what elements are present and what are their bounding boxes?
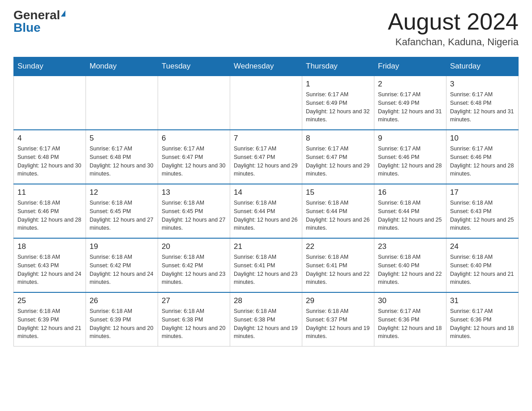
day-number: 4 (17, 134, 82, 143)
day-info: Sunrise: 6:18 AMSunset: 6:39 PMDaylight:… (17, 307, 82, 341)
day-cell: 23Sunrise: 6:18 AMSunset: 6:40 PMDayligh… (374, 238, 446, 292)
day-cell: 5Sunrise: 6:17 AMSunset: 6:48 PMDaylight… (86, 130, 158, 184)
day-info: Sunrise: 6:18 AMSunset: 6:40 PMDaylight:… (450, 253, 515, 287)
day-cell: 13Sunrise: 6:18 AMSunset: 6:45 PMDayligh… (158, 184, 230, 238)
day-cell: 29Sunrise: 6:18 AMSunset: 6:37 PMDayligh… (302, 292, 374, 347)
weekday-header-saturday: Saturday (446, 57, 519, 76)
day-number: 10 (450, 134, 515, 143)
day-number: 6 (162, 134, 226, 143)
weekday-header-row: SundayMondayTuesdayWednesdayThursdayFrid… (14, 57, 519, 76)
day-cell: 28Sunrise: 6:18 AMSunset: 6:38 PMDayligh… (230, 292, 302, 347)
day-info: Sunrise: 6:18 AMSunset: 6:38 PMDaylight:… (234, 307, 298, 341)
day-info: Sunrise: 6:18 AMSunset: 6:44 PMDaylight:… (234, 199, 298, 232)
day-info: Sunrise: 6:18 AMSunset: 6:46 PMDaylight:… (17, 199, 82, 232)
day-cell: 31Sunrise: 6:17 AMSunset: 6:36 PMDayligh… (446, 292, 519, 347)
day-info: Sunrise: 6:18 AMSunset: 6:39 PMDaylight:… (90, 307, 154, 341)
day-cell: 8Sunrise: 6:17 AMSunset: 6:47 PMDaylight… (302, 130, 374, 184)
day-cell: 6Sunrise: 6:17 AMSunset: 6:47 PMDaylight… (158, 130, 230, 184)
day-number: 3 (450, 80, 515, 89)
day-info: Sunrise: 6:17 AMSunset: 6:47 PMDaylight:… (162, 145, 226, 178)
day-number: 23 (378, 242, 442, 251)
day-cell: 17Sunrise: 6:18 AMSunset: 6:43 PMDayligh… (446, 184, 519, 238)
day-number: 28 (234, 296, 298, 305)
logo-blue-text: Blue (13, 21, 41, 34)
day-cell: 19Sunrise: 6:18 AMSunset: 6:42 PMDayligh… (86, 238, 158, 292)
day-info: Sunrise: 6:18 AMSunset: 6:44 PMDaylight:… (306, 199, 370, 232)
day-cell: 9Sunrise: 6:17 AMSunset: 6:46 PMDaylight… (374, 130, 446, 184)
day-info: Sunrise: 6:17 AMSunset: 6:46 PMDaylight:… (378, 145, 442, 178)
weekday-header-sunday: Sunday (14, 57, 86, 76)
day-number: 20 (162, 242, 226, 251)
day-cell (86, 76, 158, 130)
day-cell: 10Sunrise: 6:17 AMSunset: 6:46 PMDayligh… (446, 130, 519, 184)
title-section: August 2024 Kafanchan, Kaduna, Nigeria (388, 9, 519, 48)
day-cell: 24Sunrise: 6:18 AMSunset: 6:40 PMDayligh… (446, 238, 519, 292)
day-number: 24 (450, 242, 515, 251)
location-title: Kafanchan, Kaduna, Nigeria (388, 36, 519, 48)
day-number: 21 (234, 242, 298, 251)
logo-general-text: General (13, 9, 60, 21)
day-number: 11 (17, 188, 82, 197)
day-info: Sunrise: 6:17 AMSunset: 6:47 PMDaylight:… (306, 145, 370, 178)
day-info: Sunrise: 6:17 AMSunset: 6:36 PMDaylight:… (450, 307, 515, 341)
day-info: Sunrise: 6:17 AMSunset: 6:47 PMDaylight:… (234, 145, 298, 178)
day-cell: 11Sunrise: 6:18 AMSunset: 6:46 PMDayligh… (14, 184, 86, 238)
day-cell: 1Sunrise: 6:17 AMSunset: 6:49 PMDaylight… (302, 76, 374, 130)
day-cell: 25Sunrise: 6:18 AMSunset: 6:39 PMDayligh… (14, 292, 86, 347)
day-number: 18 (17, 242, 82, 251)
day-number: 27 (162, 296, 226, 305)
day-number: 12 (90, 188, 154, 197)
weekday-header-monday: Monday (86, 57, 158, 76)
month-title: August 2024 (388, 9, 519, 34)
day-number: 16 (378, 188, 442, 197)
day-info: Sunrise: 6:18 AMSunset: 6:44 PMDaylight:… (378, 199, 442, 232)
day-cell: 14Sunrise: 6:18 AMSunset: 6:44 PMDayligh… (230, 184, 302, 238)
day-number: 2 (378, 80, 442, 89)
day-cell: 4Sunrise: 6:17 AMSunset: 6:48 PMDaylight… (14, 130, 86, 184)
day-cell (230, 76, 302, 130)
week-row-3: 11Sunrise: 6:18 AMSunset: 6:46 PMDayligh… (14, 184, 519, 238)
day-number: 8 (306, 134, 370, 143)
weekday-header-thursday: Thursday (302, 57, 374, 76)
day-cell: 18Sunrise: 6:18 AMSunset: 6:43 PMDayligh… (14, 238, 86, 292)
day-cell (158, 76, 230, 130)
day-cell: 27Sunrise: 6:18 AMSunset: 6:38 PMDayligh… (158, 292, 230, 347)
day-info: Sunrise: 6:18 AMSunset: 6:41 PMDaylight:… (306, 253, 370, 287)
day-cell: 22Sunrise: 6:18 AMSunset: 6:41 PMDayligh… (302, 238, 374, 292)
day-info: Sunrise: 6:18 AMSunset: 6:42 PMDaylight:… (162, 253, 226, 287)
week-row-4: 18Sunrise: 6:18 AMSunset: 6:43 PMDayligh… (14, 238, 519, 292)
day-number: 13 (162, 188, 226, 197)
week-row-1: 1Sunrise: 6:17 AMSunset: 6:49 PMDaylight… (14, 76, 519, 130)
day-number: 15 (306, 188, 370, 197)
day-info: Sunrise: 6:18 AMSunset: 6:43 PMDaylight:… (450, 199, 515, 232)
day-cell: 7Sunrise: 6:17 AMSunset: 6:47 PMDaylight… (230, 130, 302, 184)
weekday-header-tuesday: Tuesday (158, 57, 230, 76)
day-cell: 12Sunrise: 6:18 AMSunset: 6:45 PMDayligh… (86, 184, 158, 238)
week-row-5: 25Sunrise: 6:18 AMSunset: 6:39 PMDayligh… (14, 292, 519, 347)
day-info: Sunrise: 6:17 AMSunset: 6:48 PMDaylight:… (17, 145, 82, 178)
day-number: 25 (17, 296, 82, 305)
week-row-2: 4Sunrise: 6:17 AMSunset: 6:48 PMDaylight… (14, 130, 519, 184)
day-cell: 30Sunrise: 6:17 AMSunset: 6:36 PMDayligh… (374, 292, 446, 347)
day-info: Sunrise: 6:18 AMSunset: 6:45 PMDaylight:… (90, 199, 154, 232)
day-info: Sunrise: 6:17 AMSunset: 6:46 PMDaylight:… (450, 145, 515, 178)
day-info: Sunrise: 6:17 AMSunset: 6:48 PMDaylight:… (450, 90, 515, 124)
day-cell (14, 76, 86, 130)
day-cell: 15Sunrise: 6:18 AMSunset: 6:44 PMDayligh… (302, 184, 374, 238)
day-cell: 16Sunrise: 6:18 AMSunset: 6:44 PMDayligh… (374, 184, 446, 238)
day-number: 14 (234, 188, 298, 197)
day-number: 19 (90, 242, 154, 251)
day-info: Sunrise: 6:18 AMSunset: 6:45 PMDaylight:… (162, 199, 226, 232)
day-info: Sunrise: 6:17 AMSunset: 6:49 PMDaylight:… (306, 90, 370, 124)
day-info: Sunrise: 6:18 AMSunset: 6:41 PMDaylight:… (234, 253, 298, 287)
weekday-header-friday: Friday (374, 57, 446, 76)
page-header: General Blue August 2024 Kafanchan, Kadu… (13, 9, 519, 48)
day-number: 1 (306, 80, 370, 89)
day-number: 26 (90, 296, 154, 305)
day-info: Sunrise: 6:18 AMSunset: 6:43 PMDaylight:… (17, 253, 82, 287)
calendar-table: SundayMondayTuesdayWednesdayThursdayFrid… (13, 57, 519, 347)
day-cell: 21Sunrise: 6:18 AMSunset: 6:41 PMDayligh… (230, 238, 302, 292)
day-info: Sunrise: 6:18 AMSunset: 6:37 PMDaylight:… (306, 307, 370, 341)
day-number: 9 (378, 134, 442, 143)
day-cell: 3Sunrise: 6:17 AMSunset: 6:48 PMDaylight… (446, 76, 519, 130)
